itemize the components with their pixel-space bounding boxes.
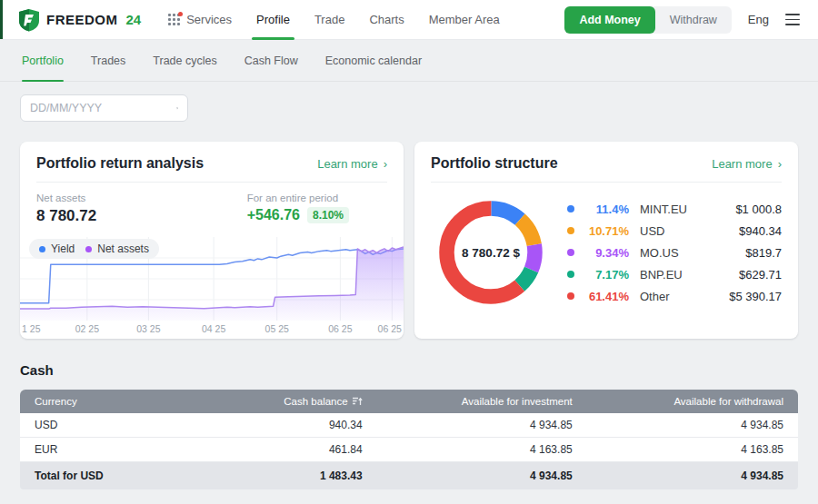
return-card-title: Portfolio return analysis <box>36 155 204 172</box>
return-card-header: Portfolio return analysis Learn more › <box>36 142 387 183</box>
brand-name: FREEDOM <box>46 12 118 27</box>
cash-row-usd[interactable]: USD940.344 934.854 934.85 <box>20 413 798 438</box>
net-assets-label: Net assets <box>36 193 96 203</box>
cell-investment: 4 163.85 <box>363 443 573 456</box>
cell-currency: USD <box>20 419 223 431</box>
net-assets-value: 8 780.72 <box>36 207 96 225</box>
structure-legend-row-mo-us[interactable]: 9.34%MO.US$819.7 <box>567 246 782 260</box>
cash-row-eur[interactable]: EUR461.844 163.854 163.85 <box>20 438 798 462</box>
cell-withdrawal: 4 934.85 <box>573 419 798 431</box>
apps-grid-icon <box>168 14 180 25</box>
total-investment: 4 934.85 <box>363 469 573 482</box>
return-learn-more-link[interactable]: Learn more › <box>317 157 387 171</box>
period-percent-badge: 8.10% <box>307 207 349 223</box>
nav-item-services[interactable]: Services <box>168 0 232 39</box>
shield-logo-icon <box>18 8 40 32</box>
legend-percent: 10.71% <box>585 224 629 238</box>
date-input[interactable] <box>30 102 176 114</box>
structure-card-header: Portfolio structure Learn more › <box>431 142 782 183</box>
donut-chart[interactable]: 8 780.72 $ <box>433 194 549 311</box>
nav-item-charts[interactable]: Charts <box>369 0 404 39</box>
structure-body: 8 780.72 $ 11.4%MINT.EU$1 000.810.71%USD… <box>414 183 798 311</box>
cell-balance: 940.34 <box>223 419 363 431</box>
legend-item-net-assets: Net assets <box>85 242 149 255</box>
legend-dot-net-assets <box>85 246 92 252</box>
legend-percent: 61.41% <box>585 290 629 303</box>
tab-trade-cycles[interactable]: Trade cycles <box>153 40 216 81</box>
legend-ticker: MO.US <box>640 246 679 260</box>
chevron-right-icon: › <box>778 158 782 170</box>
tab-portfolio[interactable]: Portfolio <box>22 40 64 81</box>
legend-value: $629.71 <box>739 268 782 282</box>
cards-row: Portfolio return analysis Learn more › N… <box>0 142 818 339</box>
nav-item-profile[interactable]: Profile <box>256 0 290 39</box>
chevron-right-icon: › <box>384 158 387 170</box>
nav-item-label: Trade <box>314 13 344 26</box>
legend-dot-bnp-eu <box>567 271 574 278</box>
cash-section-title: Cash <box>20 362 798 378</box>
brand-suffix: 24 <box>126 12 142 27</box>
legend-value: $940.34 <box>739 224 782 238</box>
col-currency: Currency <box>20 396 223 407</box>
tab-economic-calendar[interactable]: Economic calendar <box>325 40 422 81</box>
calendar-icon[interactable] <box>176 102 178 114</box>
x-tick: 02 25 <box>75 323 99 334</box>
nav-item-label: Profile <box>256 13 290 26</box>
sort-icon[interactable] <box>353 397 363 406</box>
legend-ticker: BNP.EU <box>640 268 683 282</box>
structure-legend-row-other[interactable]: 61.41%Other$5 390.17 <box>567 290 782 303</box>
freedom24-logo[interactable]: FREEDOM 24 <box>18 8 141 32</box>
portfolio-structure-card: Portfolio structure Learn more › 8 780.7… <box>414 142 798 339</box>
nav-item-member-area[interactable]: Member Area <box>429 0 500 39</box>
cell-balance: 461.84 <box>223 443 363 456</box>
legend-label: Yield <box>51 242 75 255</box>
structure-learn-more-link[interactable]: Learn more › <box>712 157 782 171</box>
nav-item-label: Charts <box>369 13 404 26</box>
col-cash-balance[interactable]: Cash balance <box>223 396 363 407</box>
nav-item-label: Services <box>186 13 232 26</box>
language-selector[interactable]: Eng <box>748 13 769 26</box>
legend-value: $1 000.8 <box>735 203 782 216</box>
cash-section: Cash Currency Cash balance Available for… <box>0 362 818 489</box>
window-edge <box>0 0 3 39</box>
total-label: Total for USD <box>20 469 223 482</box>
structure-card-title: Portfolio structure <box>431 155 558 172</box>
portfolio-return-card: Portfolio return analysis Learn more › N… <box>20 142 404 339</box>
top-navigation-bar: FREEDOM 24 ServicesProfileTradeChartsMem… <box>0 0 818 40</box>
legend-ticker: Other <box>640 290 670 303</box>
tab-cash-flow[interactable]: Cash Flow <box>244 40 298 81</box>
col-cash-balance-label: Cash balance <box>284 396 347 407</box>
learn-more-label: Learn more <box>712 157 772 171</box>
add-money-button[interactable]: Add Money <box>564 6 654 34</box>
cash-table-header: Currency Cash balance Available for inve… <box>20 390 798 413</box>
return-chart[interactable]: YieldNet assets 1 2502 2503 2504 2505 25… <box>20 237 404 339</box>
topbar-actions: Add Money Withdraw Eng <box>564 6 800 34</box>
net-assets-block: Net assets 8 780.72 <box>36 193 96 225</box>
cell-investment: 4 934.85 <box>363 419 573 431</box>
legend-ticker: MINT.EU <box>640 203 687 216</box>
total-balance: 1 483.43 <box>223 469 363 482</box>
structure-legend-row-usd[interactable]: 10.71%USD$940.34 <box>567 224 782 238</box>
col-available-investment: Available for investment <box>363 396 573 407</box>
legend-dot-mo-us <box>567 249 574 256</box>
period-change-value: +546.76 <box>247 207 300 223</box>
learn-more-label: Learn more <box>317 157 377 171</box>
nav-item-trade[interactable]: Trade <box>314 0 344 39</box>
legend-percent: 11.4% <box>585 203 629 216</box>
x-axis-ticks: 1 2502 2503 2504 2505 2506 2506 25 <box>20 323 404 336</box>
x-tick: 1 25 <box>22 323 40 334</box>
date-input-box[interactable] <box>20 94 188 122</box>
cell-withdrawal: 4 163.85 <box>573 443 798 456</box>
withdraw-button[interactable]: Withdraw <box>655 6 732 34</box>
total-withdrawal: 4 934.85 <box>573 469 798 482</box>
structure-legend-row-bnp-eu[interactable]: 7.17%BNP.EU$629.71 <box>567 268 782 282</box>
tab-trades[interactable]: Trades <box>91 40 125 81</box>
x-tick: 06 25 <box>328 323 352 334</box>
legend-dot-mint-eu <box>567 205 574 212</box>
x-tick: 05 25 <box>265 323 289 334</box>
cash-table-body: USD940.344 934.854 934.85EUR461.844 163.… <box>20 413 798 462</box>
structure-legend-row-mint-eu[interactable]: 11.4%MINT.EU$1 000.8 <box>567 203 782 216</box>
legend-item-yield: Yield <box>39 242 75 255</box>
x-tick: 04 25 <box>202 323 225 334</box>
hamburger-menu-icon[interactable] <box>785 11 800 27</box>
